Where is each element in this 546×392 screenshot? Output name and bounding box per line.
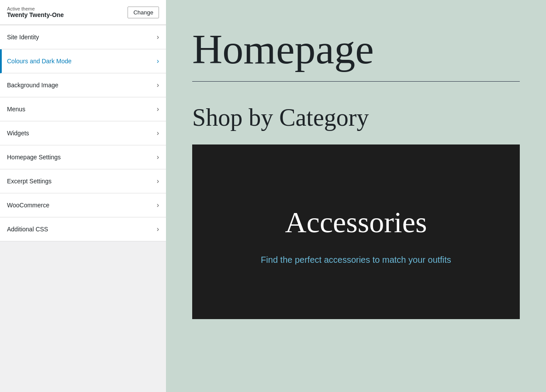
sidebar-item-label-additional-css: Additional CSS bbox=[7, 226, 48, 233]
sidebar-item-homepage-settings[interactable]: Homepage Settings› bbox=[0, 145, 166, 169]
sidebar-item-menus[interactable]: Menus› bbox=[0, 97, 166, 121]
theme-name: Twenty Twenty-One bbox=[7, 11, 64, 18]
sidebar-item-label-colours-dark-mode: Colours and Dark Mode bbox=[7, 58, 72, 65]
sidebar-item-site-identity[interactable]: Site Identity› bbox=[0, 25, 166, 49]
preview-divider bbox=[192, 81, 520, 82]
homepage-title: Homepage bbox=[192, 26, 520, 72]
chevron-right-icon: › bbox=[157, 57, 159, 65]
chevron-right-icon: › bbox=[157, 153, 159, 161]
section-title: Shop by Category bbox=[192, 103, 520, 131]
preview-area: Homepage Shop by Category Accessories Fi… bbox=[166, 0, 546, 392]
sidebar-item-excerpt-settings[interactable]: Excerpt Settings› bbox=[0, 169, 166, 193]
sidebar-item-colours-dark-mode[interactable]: Colours and Dark Mode› bbox=[0, 49, 166, 73]
sidebar-item-woocommerce[interactable]: WooCommerce› bbox=[0, 193, 166, 217]
sidebar: Active theme Twenty Twenty-One Change Si… bbox=[0, 0, 166, 392]
change-theme-button[interactable]: Change bbox=[128, 7, 159, 18]
sidebar-item-label-excerpt-settings: Excerpt Settings bbox=[7, 178, 52, 185]
sidebar-item-widgets[interactable]: Widgets› bbox=[0, 121, 166, 145]
sidebar-item-label-menus: Menus bbox=[7, 106, 25, 113]
chevron-right-icon: › bbox=[157, 225, 159, 233]
chevron-right-icon: › bbox=[157, 129, 159, 137]
chevron-right-icon: › bbox=[157, 201, 159, 209]
nav-list: Site Identity›Colours and Dark Mode›Back… bbox=[0, 25, 166, 241]
theme-header: Active theme Twenty Twenty-One Change bbox=[0, 0, 166, 25]
chevron-right-icon: › bbox=[157, 177, 159, 185]
theme-info: Active theme Twenty Twenty-One bbox=[7, 6, 64, 18]
active-theme-label: Active theme bbox=[7, 6, 64, 11]
card-title: Accessories bbox=[285, 205, 427, 240]
sidebar-item-label-woocommerce: WooCommerce bbox=[7, 202, 49, 209]
sidebar-item-background-image[interactable]: Background Image› bbox=[0, 73, 166, 97]
sidebar-item-label-background-image: Background Image bbox=[7, 82, 59, 89]
sidebar-item-label-homepage-settings: Homepage Settings bbox=[7, 154, 61, 161]
chevron-right-icon: › bbox=[157, 33, 159, 41]
chevron-right-icon: › bbox=[157, 105, 159, 113]
sidebar-bottom-area bbox=[0, 241, 166, 392]
accessories-card: Accessories Find the perfect accessories… bbox=[192, 144, 520, 319]
sidebar-item-label-widgets: Widgets bbox=[7, 130, 29, 137]
card-description: Find the perfect accessories to match yo… bbox=[261, 253, 451, 267]
sidebar-item-label-site-identity: Site Identity bbox=[7, 34, 39, 41]
sidebar-item-additional-css[interactable]: Additional CSS› bbox=[0, 217, 166, 241]
chevron-right-icon: › bbox=[157, 81, 159, 89]
